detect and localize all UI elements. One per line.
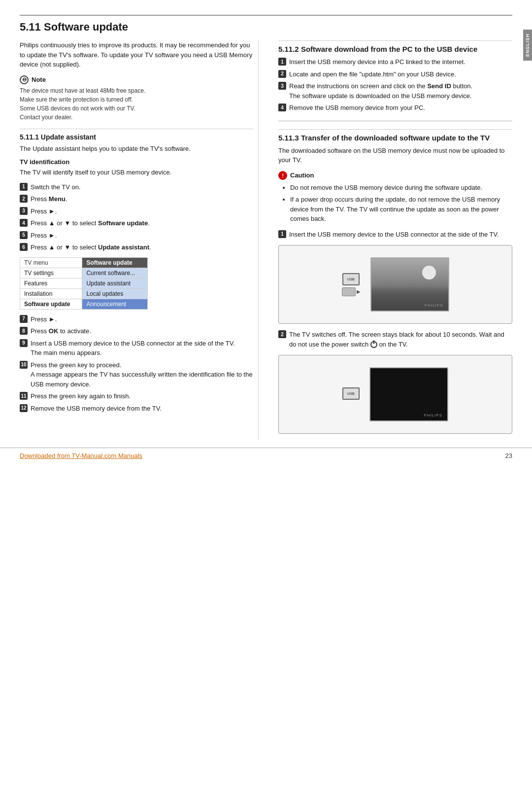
tv-illustration-2: USB PHILIPS — [278, 355, 512, 434]
step-num-7: 7 — [20, 315, 28, 323]
caution-box: ! Caution Do not remove the USB memory d… — [278, 171, 512, 224]
step-513-2-text: The TV switches off. The screen stays bl… — [289, 330, 512, 349]
step-b-10-text: Press the green key to proceed.A message… — [31, 360, 253, 389]
step-b-12-text: Remove the USB memory device from the TV… — [31, 404, 162, 414]
note-icon: ⊖ — [20, 75, 29, 84]
step-num-10: 10 — [20, 361, 28, 369]
subsection-511-1-title: 5.11.1 Update assistant — [20, 129, 253, 141]
step-num-2: 2 — [20, 195, 28, 203]
tv-identification-title: TV identification — [20, 158, 253, 166]
menu-col2-header: Software update — [82, 257, 148, 268]
step-513-2: 2 The TV switches off. The screen stays … — [278, 330, 512, 349]
menu-row-2-col2: Update assistant — [82, 278, 148, 288]
tv-identification-text: The TV will identify itself to your USB … — [20, 168, 253, 177]
step-num-9: 9 — [20, 339, 28, 347]
step-b-8: 8 Press OK to activate. — [20, 326, 253, 336]
step-512-3: 3 Read the instructions on screen and cl… — [278, 81, 512, 101]
tv-illustration-1: USB ▶ PHILIPS — [278, 245, 512, 324]
menu-row-4-col2: Announcement — [82, 299, 148, 309]
step-a-4-text: Press ▲ or ▼ to select Software update. — [31, 218, 150, 228]
steps-512-list: 1 Insert the USB memory device into a PC… — [278, 57, 512, 113]
step-num-4: 4 — [20, 219, 28, 227]
step-b-10: 10 Press the green key to proceed.A mess… — [20, 360, 253, 389]
step-512-4: 4 Remove the USB memory device from your… — [278, 103, 512, 113]
usb-port-2: USB — [342, 387, 360, 400]
step-a-2-text: Press Menu. — [31, 194, 67, 204]
step-513-num-1: 1 — [278, 230, 286, 238]
step-512-num-4: 4 — [278, 104, 286, 111]
step-num-6: 6 — [20, 243, 28, 251]
footer-link[interactable]: Downloaded from TV-Manual.com Manuals — [20, 452, 142, 459]
menu-row-4-active: Software update Announcement — [20, 299, 148, 309]
power-icon — [370, 341, 377, 348]
left-column: Philips continuously tries to improve it… — [20, 40, 259, 440]
menu-row-3-col2: Local updates — [82, 288, 148, 299]
steps-a-list: 1 Switch the TV on. 2 Press Menu. 3 Pres… — [20, 182, 253, 252]
step-num-8: 8 — [20, 327, 28, 335]
step-a-1: 1 Switch the TV on. — [20, 182, 253, 192]
menu-row-2: Features Update assistant — [20, 278, 148, 288]
step-num-12: 12 — [20, 404, 28, 412]
menu-row-2-col1: Features — [20, 278, 82, 288]
step-a-5: 5 Press ►. — [20, 231, 253, 241]
step-b-9: 9 Insert a USB memory device to the USB … — [20, 339, 253, 358]
step-512-2-text: Locate and open the file "update.htm" on… — [289, 70, 456, 79]
step-512-1: 1 Insert the USB memory device into a PC… — [278, 57, 512, 67]
step-a-6-text: Press ▲ or ▼ to select Update assistant. — [31, 243, 151, 252]
sub1-intro: The Update assistant helps you to update… — [20, 144, 253, 154]
usb-port: USB — [342, 273, 360, 285]
step-a-1-text: Switch the TV on. — [31, 182, 81, 192]
menu-row-1-col1: TV settings — [20, 268, 82, 278]
step-513-1-text: Insert the USB memory device to the USB … — [289, 230, 499, 240]
side-tab: ENGLISH — [523, 30, 532, 61]
menu-col1-header: TV menu — [20, 257, 82, 268]
step-b-12: 12 Remove the USB memory device from the… — [20, 404, 253, 414]
usb-area: USB ▶ — [342, 273, 361, 296]
note-text: The device must have at least 48Mb free … — [20, 86, 253, 122]
two-col-layout: Philips continuously tries to improve it… — [20, 40, 512, 440]
page-number: 23 — [505, 452, 512, 459]
steps-513-2: 2 The TV switches off. The screen stays … — [278, 330, 512, 349]
step-b-8-text: Press OK to activate. — [31, 326, 91, 336]
note-box: ⊖ Note The device must have at least 48M… — [20, 75, 253, 122]
step-512-3-text: Read the instructions on screen and clic… — [289, 81, 472, 101]
step-num-3: 3 — [20, 207, 28, 215]
step-b-9-text: Insert a USB memory device to the USB co… — [31, 339, 235, 358]
step-512-4-text: Remove the USB memory device from your P… — [289, 103, 425, 113]
divider-513 — [278, 121, 512, 121]
step-num-1: 1 — [20, 183, 28, 191]
step-513-1: 1 Insert the USB memory device to the US… — [278, 230, 512, 240]
caution-bullet-1: Do not remove the USB memory device duri… — [290, 183, 512, 193]
step-512-1-text: Insert the USB memory device into a PC l… — [289, 57, 466, 67]
menu-row-4-col1: Software update — [20, 299, 82, 309]
step-512-2: 2 Locate and open the file "update.htm" … — [278, 70, 512, 79]
step-num-11: 11 — [20, 392, 28, 400]
subsection-513-title: 5.11.3 Transfer of the downloaded softwa… — [278, 129, 512, 142]
menu-row-3: Installation Local updates — [20, 288, 148, 299]
philips-logo-1: PHILIPS — [425, 303, 443, 308]
step-a-3-text: Press ►. — [31, 207, 57, 216]
step-a-5-text: Press ►. — [31, 231, 57, 241]
steps-b-list: 7 Press ►. 8 Press OK to activate. 9 Ins… — [20, 314, 253, 414]
step-a-3: 3 Press ►. — [20, 207, 253, 216]
page-container: ENGLISH 5.11 Software update Philips con… — [0, 0, 532, 469]
step-a-4: 4 Press ▲ or ▼ to select Software update… — [20, 218, 253, 228]
caution-bullet-2: If a power drop occurs during the update… — [290, 195, 512, 224]
right-column: 5.11.2 Software download from the PC to … — [273, 40, 512, 440]
step-b-7: 7 Press ►. — [20, 314, 253, 324]
step-num-5: 5 — [20, 231, 28, 239]
step-b-11: 11 Press the green key again to finish. — [20, 391, 253, 401]
menu-table: TV menu Software update TV settings Curr… — [20, 257, 148, 310]
menu-row-1: TV settings Current software... — [20, 268, 148, 278]
footer: Downloaded from TV-Manual.com Manuals 23 — [0, 448, 532, 459]
note-title: ⊖ Note — [20, 75, 253, 84]
menu-row-3-col1: Installation — [20, 288, 82, 299]
usb-device — [342, 287, 356, 296]
tv-sun — [422, 266, 436, 279]
step-b-11-text: Press the green key again to finish. — [31, 391, 131, 401]
caution-bullets: Do not remove the USB memory device duri… — [283, 183, 512, 224]
tv-screen-2: PHILIPS — [369, 367, 448, 421]
section-title: 5.11 Software update — [20, 15, 512, 34]
section-intro: Philips continuously tries to improve it… — [20, 40, 253, 70]
step-a-2: 2 Press Menu. — [20, 194, 253, 204]
